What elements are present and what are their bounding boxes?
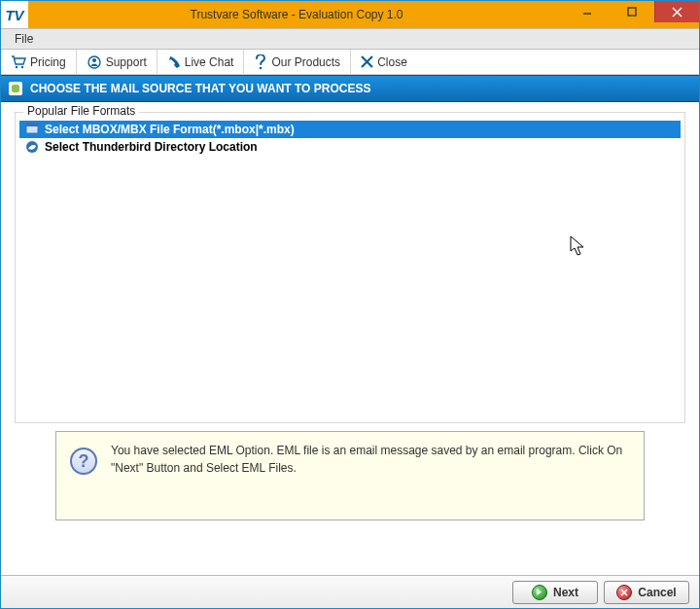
toolbar-label: Support: [106, 55, 147, 69]
cancel-button[interactable]: Cancel: [604, 581, 689, 604]
close-window-button[interactable]: [654, 1, 699, 22]
thunderbird-icon: [25, 140, 39, 154]
toolbar-pricing[interactable]: Pricing: [1, 50, 77, 75]
menubar: File: [1, 28, 699, 50]
window-title: Trustvare Software - Evaluation Copy 1.0: [28, 1, 565, 28]
phone-icon: [167, 55, 181, 69]
toolbar-support[interactable]: Support: [77, 50, 158, 75]
toolbar-label: Live Chat: [185, 55, 234, 69]
toolbar-close[interactable]: Close: [351, 50, 417, 75]
next-button[interactable]: Next: [512, 581, 598, 604]
close-icon: [361, 55, 373, 68]
app-logo: TV: [1, 1, 28, 28]
section-header: CHOOSE THE MAIL SOURCE THAT YOU WANT TO …: [1, 75, 699, 102]
toolbar-label: Pricing: [30, 55, 66, 69]
svg-rect-1: [628, 8, 636, 16]
question-icon: [254, 54, 267, 70]
arrow-right-icon: [532, 585, 547, 600]
format-list[interactable]: Select MBOX/MBX File Format(*.mbox|*.mbx…: [19, 121, 681, 418]
info-icon: ?: [70, 448, 97, 475]
content-area: Popular File Formats Select MBOX/MBX Fil…: [1, 102, 699, 575]
minimize-button[interactable]: [565, 1, 610, 22]
list-item-label: Select Thunderbird Directory Location: [45, 140, 258, 154]
toolbar-products[interactable]: Our Products: [244, 50, 351, 75]
svg-point-8: [260, 66, 262, 69]
list-item-label: Select MBOX/MBX File Format(*.mbox|*.mbx…: [45, 123, 295, 136]
toolbar: Pricing Support Live Chat Our Products C…: [1, 50, 699, 75]
toolbar-label: Close: [377, 55, 407, 69]
info-text: You have selected EML Option. EML file i…: [111, 442, 630, 477]
svg-point-7: [92, 58, 96, 62]
cart-icon: [11, 55, 26, 69]
file-icon: [25, 123, 39, 136]
info-panel: ? You have selected EML Option. EML file…: [55, 431, 645, 520]
svg-point-4: [16, 65, 18, 67]
list-item[interactable]: Select MBOX/MBX File Format(*.mbox|*.mbx…: [19, 121, 681, 138]
group-legend: Popular File Formats: [23, 104, 139, 118]
app-window: TV Trustvare Software - Evaluation Copy …: [0, 0, 700, 609]
button-label: Next: [553, 586, 578, 599]
button-label: Cancel: [638, 586, 676, 599]
maximize-button[interactable]: [610, 1, 654, 22]
x-icon: [616, 585, 632, 600]
headset-icon: [87, 54, 102, 70]
section-header-text: CHOOSE THE MAIL SOURCE THAT YOU WANT TO …: [30, 82, 370, 95]
titlebar[interactable]: TV Trustvare Software - Evaluation Copy …: [1, 1, 699, 28]
menu-file[interactable]: File: [5, 30, 43, 48]
toolbar-label: Our Products: [271, 55, 340, 69]
bulb-icon: [9, 82, 22, 95]
list-item[interactable]: Select Thunderbird Directory Location: [19, 138, 681, 156]
svg-rect-12: [26, 124, 38, 126]
footer-bar: Next Cancel: [1, 575, 699, 608]
svg-point-5: [21, 65, 23, 67]
file-formats-group: Popular File Formats Select MBOX/MBX Fil…: [15, 112, 685, 423]
toolbar-livechat[interactable]: Live Chat: [158, 50, 245, 75]
